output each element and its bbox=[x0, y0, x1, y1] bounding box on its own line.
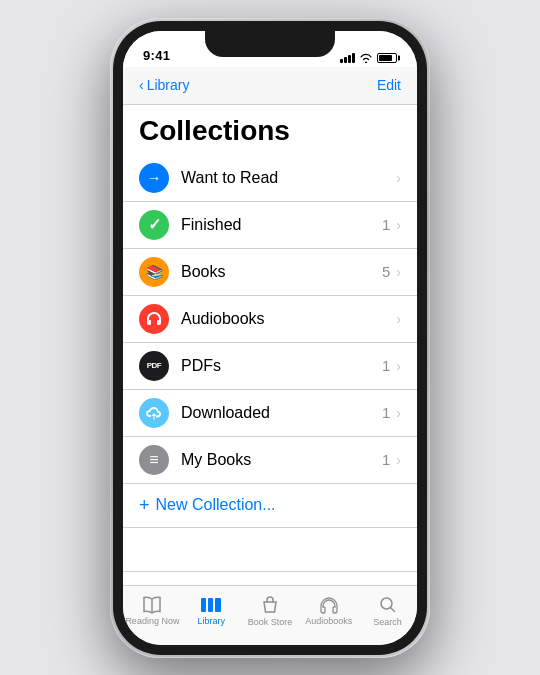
audiobooks-icon bbox=[139, 304, 169, 334]
collections-list: Want to Read › Finished 1 › bbox=[123, 155, 417, 484]
books-icon: 📚 bbox=[139, 257, 169, 287]
phone-inner: 9:41 bbox=[113, 21, 427, 655]
svg-rect-3 bbox=[215, 598, 221, 612]
collection-count: 5 bbox=[382, 263, 390, 280]
tab-label-search: Search bbox=[373, 617, 402, 627]
finished-icon bbox=[139, 210, 169, 240]
plus-icon: + bbox=[139, 495, 150, 516]
tab-bar: Reading Now Library Book Store bbox=[123, 585, 417, 645]
collection-count: 1 bbox=[382, 404, 390, 421]
collection-name: PDFs bbox=[181, 357, 382, 375]
page-title: Collections bbox=[123, 105, 417, 155]
collection-count: 1 bbox=[382, 216, 390, 233]
chevron-right-icon: › bbox=[396, 311, 401, 327]
empty-row bbox=[123, 528, 417, 572]
chevron-left-icon: ‹ bbox=[139, 77, 144, 93]
signal-bars-icon bbox=[340, 53, 355, 63]
chevron-right-icon: › bbox=[396, 170, 401, 186]
list-item[interactable]: Want to Read › bbox=[123, 155, 417, 202]
my-books-icon bbox=[139, 445, 169, 475]
status-time: 9:41 bbox=[143, 48, 170, 63]
bag-icon bbox=[260, 595, 280, 615]
list-item[interactable]: My Books 1 › bbox=[123, 437, 417, 484]
phone-frame: 9:41 bbox=[110, 18, 430, 658]
list-item[interactable]: 📚 Books 5 › bbox=[123, 249, 417, 296]
list-item[interactable]: Finished 1 › bbox=[123, 202, 417, 249]
chevron-right-icon: › bbox=[396, 264, 401, 280]
collection-count: 1 bbox=[382, 451, 390, 468]
empty-rows bbox=[123, 528, 417, 585]
search-icon bbox=[378, 595, 398, 615]
pdfs-icon: PDF bbox=[139, 351, 169, 381]
collection-name: Want to Read bbox=[181, 169, 396, 187]
phone-screen: 9:41 bbox=[123, 31, 417, 645]
library-icon bbox=[200, 596, 222, 614]
chevron-right-icon: › bbox=[396, 405, 401, 421]
nav-bar: ‹ Library Edit bbox=[123, 67, 417, 105]
collection-count: 1 bbox=[382, 357, 390, 374]
collection-name: Audiobooks bbox=[181, 310, 396, 328]
new-collection-button[interactable]: + New Collection... bbox=[123, 484, 417, 528]
collection-name: My Books bbox=[181, 451, 382, 469]
collection-name: Downloaded bbox=[181, 404, 382, 422]
want-to-read-icon bbox=[139, 163, 169, 193]
downloaded-icon bbox=[139, 398, 169, 428]
tab-book-store[interactable]: Book Store bbox=[241, 595, 300, 627]
tab-audiobooks[interactable]: Audiobooks bbox=[299, 596, 358, 626]
tab-reading-now[interactable]: Reading Now bbox=[123, 596, 182, 626]
book-open-icon bbox=[141, 596, 163, 614]
tab-label-reading-now: Reading Now bbox=[125, 616, 179, 626]
wifi-icon bbox=[359, 53, 373, 63]
notch bbox=[205, 31, 335, 57]
svg-rect-1 bbox=[201, 598, 206, 612]
headphones-tab-icon bbox=[318, 596, 340, 614]
back-label: Library bbox=[147, 77, 190, 93]
back-button[interactable]: ‹ Library bbox=[139, 77, 189, 93]
chevron-right-icon: › bbox=[396, 452, 401, 468]
chevron-right-icon: › bbox=[396, 358, 401, 374]
tab-label-library: Library bbox=[197, 616, 225, 626]
tab-label-audiobooks: Audiobooks bbox=[305, 616, 352, 626]
tab-label-book-store: Book Store bbox=[248, 617, 293, 627]
tab-library[interactable]: Library bbox=[182, 596, 241, 626]
status-icons bbox=[340, 53, 397, 63]
svg-rect-2 bbox=[208, 598, 213, 612]
list-item[interactable]: Downloaded 1 › bbox=[123, 390, 417, 437]
battery-icon bbox=[377, 53, 397, 63]
collection-name: Books bbox=[181, 263, 382, 281]
list-item[interactable]: Audiobooks › bbox=[123, 296, 417, 343]
content-area: Collections Want to Read › bbox=[123, 105, 417, 585]
tab-search[interactable]: Search bbox=[358, 595, 417, 627]
list-item[interactable]: PDF PDFs 1 › bbox=[123, 343, 417, 390]
chevron-right-icon: › bbox=[396, 217, 401, 233]
empty-row bbox=[123, 572, 417, 585]
edit-button[interactable]: Edit bbox=[377, 77, 401, 93]
new-collection-label: New Collection... bbox=[156, 496, 276, 514]
collection-name: Finished bbox=[181, 216, 382, 234]
